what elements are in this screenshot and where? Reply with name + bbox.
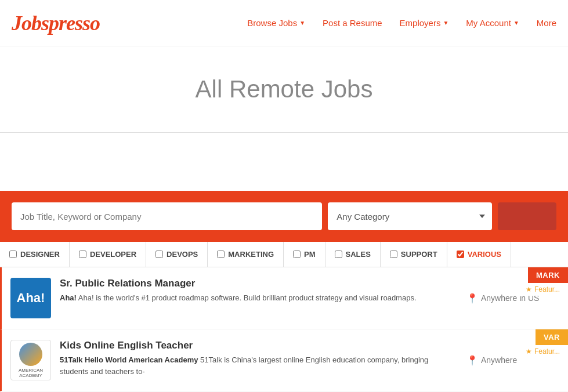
hero-divider [0, 132, 568, 133]
ad-area [0, 144, 568, 191]
browse-jobs-chevron-icon: ▼ [299, 20, 305, 26]
filter-designer-checkbox[interactable] [9, 251, 17, 258]
hero-section: All Remote Jobs [0, 46, 568, 121]
filter-marketing[interactable]: MARKETING [208, 242, 284, 267]
logo-circle [19, 343, 42, 366]
filter-various-checkbox[interactable] [457, 251, 464, 258]
search-input[interactable] [12, 202, 322, 230]
filter-support[interactable]: SUPPORT [381, 242, 447, 267]
badge-category: MARK [528, 267, 568, 283]
category-select[interactable]: Any Category Design Development DevOps M… [328, 202, 492, 230]
job-description: Aha! is the world's #1 product roadmap s… [78, 293, 417, 302]
filter-marketing-checkbox[interactable] [217, 251, 225, 258]
search-section: Any Category Design Development DevOps M… [0, 191, 568, 242]
page-title: All Remote Jobs [12, 75, 556, 103]
badge-featured: ★ Featur... [518, 345, 568, 358]
badge-featured: ★ Featur... [518, 283, 568, 296]
job-company: Aha! Aha! is the world's #1 product road… [60, 292, 458, 304]
job-item[interactable]: AMERICANACADEMY Kids Online English Teac… [0, 329, 568, 391]
badge-category: VAR [536, 329, 568, 345]
job-logo: Aha! [10, 278, 51, 318]
nav-browse-jobs[interactable]: Browse Jobs ▼ [247, 18, 305, 28]
nav-my-account[interactable]: My Account ▼ [466, 18, 519, 28]
filter-various[interactable]: VARIOUS [447, 242, 511, 267]
job-content: Kids Online English Teacher 51Talk Hello… [60, 340, 458, 377]
star-icon: ★ [526, 347, 532, 355]
jobs-container: Aha! Sr. Public Relations Manager Aha! A… [0, 267, 568, 391]
employers-chevron-icon: ▼ [443, 20, 448, 26]
nav-more[interactable]: More [537, 18, 556, 28]
logo-label: AMERICANACADEMY [19, 368, 43, 378]
filter-support-checkbox[interactable] [390, 251, 397, 258]
company-name: 51Talk Hello World American Academy [60, 355, 198, 364]
search-button[interactable] [498, 202, 556, 230]
filter-designer[interactable]: DESIGNER [0, 242, 70, 267]
job-item[interactable]: Aha! Sr. Public Relations Manager Aha! A… [0, 267, 568, 329]
header: Jobspresso Browse Jobs ▼ Post a Resume E… [0, 0, 568, 46]
job-company: 51Talk Hello World American Academy 51Ta… [60, 354, 458, 377]
location-pin-icon: 📍 [466, 355, 478, 366]
filter-pm[interactable]: PM [284, 242, 325, 267]
filter-devops-checkbox[interactable] [155, 251, 163, 258]
job-logo: AMERICANACADEMY [10, 340, 51, 380]
filter-sales[interactable]: SALES [325, 242, 381, 267]
job-title[interactable]: Sr. Public Relations Manager [60, 278, 458, 289]
filter-tabs: DESIGNER DEVELOPER DEVOPS MARKETING PM S… [0, 242, 568, 267]
star-icon: ★ [526, 285, 532, 293]
main-nav: Browse Jobs ▼ Post a Resume Employers ▼ … [247, 18, 556, 28]
filter-devops[interactable]: DEVOPS [146, 242, 208, 267]
filter-developer-checkbox[interactable] [79, 251, 86, 258]
filter-sales-checkbox[interactable] [335, 251, 342, 258]
filter-pm-checkbox[interactable] [293, 251, 301, 258]
job-badge: VAR ★ Featur... [518, 329, 568, 358]
location-pin-icon: 📍 [466, 293, 478, 304]
company-name: Aha! [60, 293, 77, 302]
filter-developer[interactable]: DEVELOPER [70, 242, 146, 267]
my-account-chevron-icon: ▼ [513, 20, 519, 26]
site-logo[interactable]: Jobspresso [12, 11, 100, 35]
nav-employers[interactable]: Employers ▼ [400, 18, 449, 28]
job-content: Sr. Public Relations Manager Aha! Aha! i… [60, 278, 458, 304]
job-title[interactable]: Kids Online English Teacher [60, 340, 458, 351]
job-badge: MARK ★ Featur... [518, 267, 568, 296]
nav-post-resume[interactable]: Post a Resume [323, 18, 382, 28]
